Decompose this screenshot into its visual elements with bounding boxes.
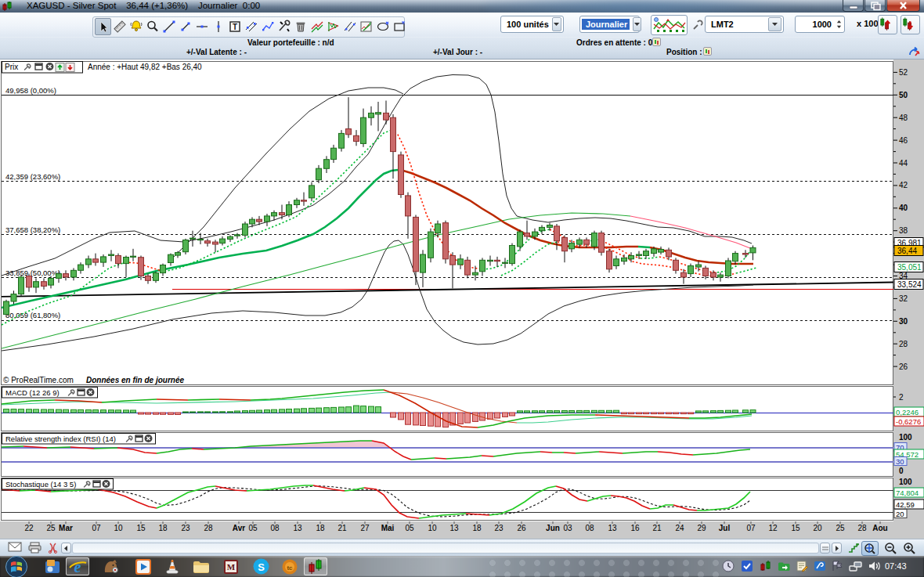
svg-text:33,859 (50,00%): 33,859 (50,00%) bbox=[5, 269, 60, 277]
svg-text:18: 18 bbox=[316, 524, 325, 532]
svg-text:Avr: Avr bbox=[233, 524, 245, 532]
svg-text:Prix: Prix bbox=[5, 63, 18, 71]
svg-text:Aou: Aou bbox=[872, 524, 887, 532]
svg-text:Jun: Jun bbox=[546, 524, 560, 532]
svg-text:100: 100 bbox=[899, 478, 912, 486]
svg-text:Jul: Jul bbox=[719, 524, 731, 532]
svg-text:27: 27 bbox=[360, 524, 370, 532]
svg-text:13: 13 bbox=[293, 524, 302, 532]
svg-text:30: 30 bbox=[896, 457, 904, 466]
svg-text:15: 15 bbox=[791, 524, 800, 532]
svg-text:48: 48 bbox=[899, 114, 908, 122]
svg-text:08: 08 bbox=[585, 524, 594, 532]
svg-text:Mai: Mai bbox=[381, 524, 395, 532]
svg-text:07: 07 bbox=[92, 524, 101, 532]
svg-text:10: 10 bbox=[428, 524, 437, 532]
svg-text:08: 08 bbox=[270, 524, 280, 532]
svg-text:30,059 (61,80%): 30,059 (61,80%) bbox=[5, 311, 60, 319]
svg-text:50: 50 bbox=[899, 91, 908, 99]
svg-text:0,2246: 0,2246 bbox=[896, 408, 919, 417]
svg-text:32: 32 bbox=[899, 294, 908, 303]
svg-text:20: 20 bbox=[813, 524, 822, 532]
svg-text:42,59: 42,59 bbox=[896, 500, 915, 509]
svg-text:35,051: 35,051 bbox=[897, 263, 922, 272]
svg-text:15: 15 bbox=[136, 524, 146, 532]
svg-text:0: 0 bbox=[899, 467, 904, 475]
svg-text:30: 30 bbox=[899, 317, 908, 326]
svg-text:74,804: 74,804 bbox=[896, 489, 919, 497]
svg-text:33,524: 33,524 bbox=[897, 280, 922, 289]
svg-text:37,658 (38,20%): 37,658 (38,20%) bbox=[5, 225, 60, 234]
svg-text:18: 18 bbox=[472, 524, 482, 532]
svg-text:26: 26 bbox=[517, 524, 526, 532]
svg-text:10: 10 bbox=[114, 524, 123, 532]
svg-text:05: 05 bbox=[405, 524, 414, 532]
svg-text:Relative strength index (RSI): Relative strength index (RSI) (14) bbox=[5, 435, 116, 443]
svg-text:100: 100 bbox=[899, 433, 912, 442]
svg-text:52: 52 bbox=[899, 68, 908, 77]
svg-text:12: 12 bbox=[768, 524, 778, 532]
svg-text:05: 05 bbox=[248, 524, 258, 532]
svg-text:36,44: 36,44 bbox=[897, 247, 917, 255]
svg-text:e: e bbox=[74, 558, 81, 575]
svg-text:44: 44 bbox=[899, 159, 908, 168]
svg-text:20: 20 bbox=[896, 510, 904, 518]
svg-text:22: 22 bbox=[24, 524, 34, 532]
svg-text:© ProRealTime.com: © ProRealTime.com bbox=[3, 376, 74, 384]
svg-text:46: 46 bbox=[899, 136, 908, 145]
svg-text:42: 42 bbox=[899, 181, 908, 189]
svg-text:21: 21 bbox=[337, 524, 347, 532]
svg-text:Stochastique (14 3 5): Stochastique (14 3 5) bbox=[5, 480, 76, 489]
svg-text:25: 25 bbox=[46, 524, 56, 532]
svg-text:Données en fin de journée: Données en fin de journée bbox=[86, 376, 184, 384]
svg-text:23: 23 bbox=[181, 524, 190, 532]
svg-text:28: 28 bbox=[857, 524, 867, 532]
svg-text:tc: tc bbox=[287, 564, 293, 571]
svg-text:26: 26 bbox=[899, 362, 908, 371]
svg-text:29: 29 bbox=[697, 524, 706, 532]
svg-text:28: 28 bbox=[204, 524, 213, 532]
svg-text:16: 16 bbox=[630, 524, 640, 532]
svg-text:Année : +Haut 49,82 +Bas 26,40: Année : +Haut 49,82 +Bas 26,40 bbox=[88, 63, 202, 71]
svg-text:S: S bbox=[258, 561, 265, 573]
svg-text:2: 2 bbox=[899, 393, 904, 402]
svg-text:24: 24 bbox=[675, 524, 684, 532]
svg-text:-0,6276: -0,6276 bbox=[896, 417, 921, 426]
svg-text:Mar: Mar bbox=[59, 524, 73, 532]
svg-text:03: 03 bbox=[563, 524, 572, 532]
svg-text:38: 38 bbox=[899, 226, 908, 235]
svg-text:18: 18 bbox=[158, 524, 168, 532]
svg-text:40: 40 bbox=[899, 204, 908, 212]
svg-text:28: 28 bbox=[899, 340, 908, 348]
svg-text:42,359 (23,60%): 42,359 (23,60%) bbox=[5, 172, 60, 181]
svg-text:07: 07 bbox=[746, 524, 756, 532]
svg-text:23: 23 bbox=[494, 524, 504, 532]
svg-text:13: 13 bbox=[608, 524, 617, 532]
svg-text:21: 21 bbox=[652, 524, 662, 532]
svg-text:MACD (12 26 9): MACD (12 26 9) bbox=[5, 388, 60, 397]
svg-text:M: M bbox=[227, 562, 236, 572]
svg-text:49,958 (0,00%): 49,958 (0,00%) bbox=[5, 86, 56, 95]
svg-text:13: 13 bbox=[449, 524, 459, 532]
svg-text:25: 25 bbox=[836, 524, 845, 532]
